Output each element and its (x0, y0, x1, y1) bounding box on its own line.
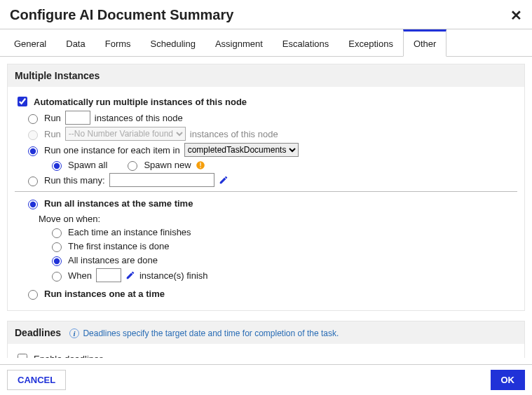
label-auto-run: Automatically run multiple instances of … (34, 97, 247, 107)
tab-other[interactable]: Other (403, 29, 447, 57)
dialog-title: Configure AI Document Summary (10, 7, 233, 23)
close-icon[interactable]: ✕ (510, 8, 522, 22)
input-when-n[interactable] (96, 268, 121, 282)
row-run-var: Run --No Number Variable found instances… (25, 127, 517, 141)
label-run-var-pre: Run (44, 129, 61, 139)
radio-run-this-many[interactable] (28, 176, 38, 186)
label-run-n-pre: Run (44, 113, 61, 123)
tab-data[interactable]: Data (56, 32, 95, 56)
row-all-same-time: Run all instances at the same time (25, 198, 517, 209)
tab-escalations[interactable]: Escalations (273, 32, 339, 56)
panel-title-deadlines: Deadlines (15, 327, 61, 338)
row-when-n: When instance(s) finish (48, 268, 517, 282)
label-run-this-many: Run this many: (44, 175, 105, 186)
radio-when-n[interactable] (52, 272, 62, 282)
label-spawn-all: Spawn all (68, 160, 107, 170)
radio-run-each[interactable] (28, 146, 38, 156)
row-enable-deadlines: Enable deadlines (15, 352, 517, 358)
row-first-done: The first instance is done (48, 240, 517, 252)
select-run-var: --No Number Variable found (65, 127, 186, 141)
tab-exceptions[interactable]: Exceptions (339, 32, 403, 56)
cancel-button[interactable]: CANCEL (7, 370, 66, 390)
title-bar: Configure AI Document Summary ✕ (0, 0, 532, 29)
label-enable-deadlines: Enable deadlines (34, 354, 104, 359)
row-auto-run: Automatically run multiple instances of … (15, 95, 517, 109)
radio-first-done[interactable] (52, 242, 62, 252)
label-spawn-new: Spawn new (144, 160, 191, 170)
checkbox-enable-deadlines[interactable] (18, 354, 27, 358)
radio-all-same-time[interactable] (28, 200, 38, 209)
label-all-done: All instances are done (68, 255, 158, 265)
warning-icon[interactable] (196, 160, 205, 170)
radio-run-n[interactable] (28, 114, 38, 124)
input-run-n[interactable] (65, 111, 90, 125)
tab-other-content[interactable]: Multiple Instances Automatically run mul… (0, 57, 532, 358)
radio-all-done[interactable] (52, 256, 62, 266)
label-when-n-post: instance(s) finish (139, 270, 208, 281)
label-each-finishes: Each time an instance finishes (68, 227, 191, 237)
edit-icon[interactable] (125, 270, 135, 280)
row-move-on-when: Move on when: (39, 214, 517, 224)
panel-header-multiple-instances: Multiple Instances (8, 64, 524, 87)
label-run-var-post: instances of this node (190, 129, 278, 139)
edit-icon[interactable] (219, 175, 229, 185)
dialog-footer: CANCEL OK (0, 364, 532, 395)
dialog-window: Configure AI Document Summary ✕ General … (0, 0, 532, 395)
radio-spawn-all[interactable] (52, 161, 62, 171)
tab-general[interactable]: General (4, 32, 56, 56)
row-spawn: Spawn all Spawn new (48, 159, 517, 171)
label-when-n-pre: When (68, 270, 92, 281)
input-run-this-many[interactable] (109, 173, 214, 187)
label-first-done: The first instance is done (68, 241, 170, 251)
svg-rect-2 (200, 167, 200, 167)
panel-multiple-instances: Multiple Instances Automatically run mul… (7, 64, 525, 311)
row-all-done: All instances are done (48, 254, 517, 266)
info-icon: i (69, 328, 79, 338)
radio-run-var (28, 130, 38, 140)
panel-header-deadlines: Deadlines i Deadlines specify the target… (8, 321, 524, 344)
row-one-at-a-time: Run instances one at a time (25, 288, 517, 300)
tab-forms[interactable]: Forms (95, 32, 141, 56)
label-one-at-a-time: Run instances one at a time (44, 289, 165, 299)
label-run-n-post: instances of this node (95, 113, 183, 123)
row-run-this-many: Run this many: (25, 173, 517, 187)
divider (15, 191, 517, 192)
label-run-each-pre: Run one instance for each item in (44, 145, 180, 155)
radio-one-at-a-time[interactable] (28, 290, 38, 300)
checkbox-auto-run[interactable] (18, 97, 27, 106)
tab-assignment[interactable]: Assignment (205, 32, 273, 56)
tabs-row: General Data Forms Scheduling Assignment… (0, 29, 532, 57)
label-all-same-time: Run all instances at the same time (44, 198, 193, 209)
ok-button[interactable]: OK (491, 370, 526, 390)
radio-spawn-new[interactable] (128, 161, 137, 171)
label-move-on-when: Move on when: (39, 214, 100, 224)
hint-deadlines: i Deadlines specify the target date and … (69, 328, 339, 338)
radio-each-finishes[interactable] (52, 228, 62, 238)
select-run-each[interactable]: completedTaskDocuments (184, 143, 299, 157)
row-run-each: Run one instance for each item in comple… (25, 143, 517, 157)
svg-rect-1 (200, 162, 200, 165)
panel-deadlines: Deadlines i Deadlines specify the target… (7, 321, 525, 358)
row-run-n: Run instances of this node (25, 111, 517, 125)
row-each-finishes: Each time an instance finishes (48, 226, 517, 238)
tab-scheduling[interactable]: Scheduling (141, 32, 205, 56)
